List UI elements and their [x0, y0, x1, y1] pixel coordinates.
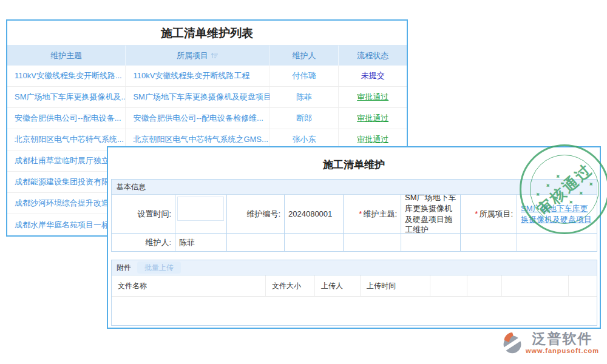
maintainer-label: 维护人:	[112, 234, 175, 251]
maintainer-value[interactable]: 陈菲	[175, 234, 227, 251]
att-col-filesize: 文件大小	[266, 275, 315, 296]
row-maintainer: 断郎	[270, 108, 339, 129]
status-badge[interactable]: 审批通过	[357, 134, 388, 145]
brand-url: www.fanpusoft.com	[526, 347, 599, 354]
row-maintainer: 付伟璐	[270, 66, 339, 86]
modal-title: 施工清单维护	[108, 158, 600, 172]
topic-label: * 维护主题:	[344, 195, 401, 234]
row-project-link[interactable]: 110kV安徽线程集变开断线路工程	[126, 66, 270, 86]
attachments-header-row: 文件名称 文件大小 上传人 上传时间	[112, 275, 597, 297]
project-value-cell: SM广场地下车库更换摄像机及硬盘项目	[517, 195, 597, 234]
maintenance-detail-modal: 施工清单维护 基本信息 设置时间: 维护编号: 2024080001 * 维护主…	[107, 146, 601, 329]
row-topic-link[interactable]: 110kV安徽线程集变开断线路...	[7, 66, 126, 86]
batch-upload-button[interactable]: 批量上传	[137, 261, 181, 274]
basic-info-section-header: 基本信息	[112, 180, 597, 195]
set-time-cell	[175, 195, 227, 234]
att-col-uploader: 上传人	[315, 275, 361, 296]
required-mark: *	[359, 209, 362, 218]
row-project-link[interactable]: 安徽合肥供电公司--配电设备检修维...	[126, 108, 270, 129]
attachments-section-header: 附件 批量上传	[112, 260, 597, 275]
brand-watermark: 泛普软件 www.fanpusoft.com	[501, 331, 599, 358]
table-row[interactable]: SM广场地下车库更换摄像机及... SM广场地下车库更换摄像机及硬盘项目 陈菲 …	[7, 87, 407, 108]
status-badge[interactable]: 审批通过	[357, 113, 388, 124]
status-badge[interactable]: 未提交	[361, 70, 385, 81]
attachments-section: 附件 批量上传 文件名称 文件大小 上传人 上传时间	[111, 260, 597, 326]
topic-value[interactable]: SM广场地下车库更换摄像机及硬盘项目施工维护	[401, 195, 461, 234]
set-time-input[interactable]	[177, 197, 224, 221]
project-link[interactable]: SM广场地下车库更换摄像机及硬盘项目	[521, 203, 594, 224]
column-header-topic: 维护主题	[7, 46, 126, 66]
table-row[interactable]: 安徽合肥供电公司--配电设备... 安徽合肥供电公司--配电设备检修维... 断…	[7, 108, 407, 129]
brand-icon	[501, 331, 523, 358]
att-col-uploadtime: 上传时间	[361, 275, 430, 296]
column-header-project[interactable]: 所属项目	[126, 46, 270, 66]
table-row[interactable]: 110kV安徽线程集变开断线路... 110kV安徽线程集变开断线路工程 付伟璐…	[7, 66, 407, 87]
basic-info-section: 基本信息 设置时间: 维护编号: 2024080001 * 维护主题: SM广场…	[111, 179, 597, 252]
sort-icon[interactable]	[211, 52, 219, 59]
row-topic-link[interactable]: 安徽合肥供电公司--配电设备...	[7, 108, 126, 129]
page-canvas: 施工清单维护列表 维护主题 所属项目 维护人	[0, 0, 607, 364]
list-header-row: 维护主题 所属项目 维护人 流程状态	[7, 46, 407, 66]
row-maintainer: 陈菲	[270, 87, 339, 107]
list-title: 施工清单维护列表	[7, 21, 407, 46]
maintain-no-label: 维护编号:	[227, 195, 285, 234]
column-header-maintainer: 维护人	[270, 46, 339, 66]
required-mark: *	[475, 209, 478, 218]
project-label: * 所属项目:	[461, 195, 517, 234]
set-time-label: 设置时间:	[112, 195, 175, 234]
status-badge[interactable]: 审批通过	[357, 92, 388, 103]
brand-name: 泛普软件	[532, 331, 593, 346]
att-col-filename: 文件名称	[112, 275, 266, 296]
column-header-status: 流程状态	[339, 46, 407, 66]
attachments-label: 附件	[117, 260, 131, 275]
maintain-no-value[interactable]: 2024080001	[285, 195, 344, 234]
row-project-link[interactable]: SM广场地下车库更换摄像机及硬盘项目	[126, 87, 270, 107]
row-topic-link[interactable]: SM广场地下车库更换摄像机及...	[7, 87, 126, 107]
